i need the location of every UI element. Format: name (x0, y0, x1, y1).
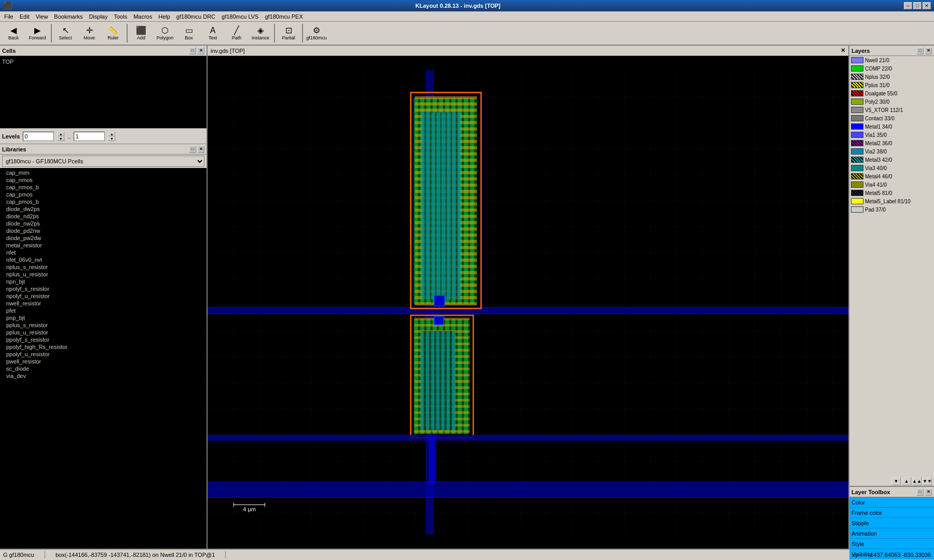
layer-toolbox-close[interactable]: ✕ (925, 488, 932, 496)
list-item[interactable]: nplus_u_resistor (2, 271, 204, 278)
menu-item-tools[interactable]: Tools (111, 12, 130, 21)
move-button[interactable]: ✛ Move (78, 23, 101, 44)
layer-tool-item[interactable]: Style (849, 539, 934, 549)
list-item[interactable]: COMP 22/0 (849, 64, 934, 73)
menu-item-gf180mcu-pex[interactable]: gf180mcu PEX (262, 12, 306, 21)
list-item[interactable]: npolyf_u_resistor (2, 292, 204, 300)
ruler-button[interactable]: 📏 Ruler (102, 23, 125, 44)
list-item[interactable]: npn_bjt (2, 278, 204, 285)
layer-bottom-btn[interactable]: ▼▼ (923, 477, 932, 485)
layer-top-btn[interactable]: ▲▲ (912, 477, 922, 485)
list-item[interactable]: cap_nmos_b (2, 184, 204, 191)
list-item[interactable]: pfet (2, 307, 204, 314)
menu-item-view[interactable]: View (33, 12, 51, 21)
menu-item-gf180mcu-lvs[interactable]: gf180mcu LVS (218, 12, 262, 21)
list-item[interactable]: Nwell 21/0 (849, 56, 934, 64)
menu-item-help[interactable]: Help (155, 12, 173, 21)
list-item[interactable]: Metal1 34/0 (849, 122, 934, 131)
back-button[interactable]: ◀ Back (2, 23, 25, 44)
menu-item-macros[interactable]: Macros (130, 12, 155, 21)
list-item[interactable]: diode_pw2dw (2, 234, 204, 242)
list-item[interactable]: nwell_resistor (2, 300, 204, 307)
list-item[interactable]: diode_nw2ps (2, 220, 204, 227)
levels-from-up[interactable]: ▲ (57, 132, 64, 136)
levels-to-down[interactable]: ▼ (108, 136, 115, 141)
partial-button[interactable]: ⊡ Partial (277, 23, 300, 44)
layer-tool-item[interactable]: Frame color (849, 508, 934, 518)
list-item[interactable]: Pad 37/0 (849, 205, 934, 214)
list-item[interactable]: V5_XTOR 112/1 (849, 106, 934, 114)
libraries-float-button[interactable]: □ (189, 146, 196, 153)
minimize-button[interactable]: ─ (904, 2, 912, 9)
libraries-close-button[interactable]: ✕ (197, 146, 204, 153)
list-item[interactable]: Poly2 30/0 (849, 97, 934, 106)
layers-close-button[interactable]: ✕ (925, 47, 932, 54)
layer-tool-item[interactable]: Stipple (849, 518, 934, 528)
close-button[interactable]: ✕ (923, 2, 931, 9)
layer-toolbox-float[interactable]: □ (916, 488, 924, 496)
list-item[interactable]: cap_pmos_b (2, 198, 204, 205)
list-item[interactable]: Metal2 36/0 (849, 139, 934, 147)
layers-float-button[interactable]: □ (916, 47, 924, 54)
list-item[interactable]: Nplus 32/0 (849, 73, 934, 81)
polygon-button[interactable]: ⬡ Polygon (154, 23, 176, 44)
list-item[interactable]: cap_nmos (2, 176, 204, 184)
forward-button[interactable]: ▶ Forward (26, 23, 49, 44)
list-item[interactable]: Metal5 81/0 (849, 189, 934, 197)
cells-close-button[interactable]: ✕ (197, 47, 204, 54)
add-button[interactable]: ⬛ Add (130, 23, 153, 44)
list-item[interactable]: Pplus 31/0 (849, 81, 934, 89)
list-item[interactable]: pplus_u_resistor (2, 329, 204, 336)
layer-up-btn[interactable]: ▲ (902, 477, 911, 485)
gf180mcu-button[interactable]: ⚙ gf180mcu (305, 23, 328, 44)
list-item[interactable]: metal_resistor (2, 242, 204, 249)
list-item[interactable]: ppolyf_u_resistor (2, 351, 204, 358)
list-item[interactable]: diode_pd2nw (2, 227, 204, 234)
list-item[interactable]: Metal3 42/0 (849, 156, 934, 164)
layer-down-btn[interactable]: ▼ (891, 477, 901, 485)
menu-item-display[interactable]: Display (86, 12, 111, 21)
list-item[interactable]: npolyf_s_resistor (2, 285, 204, 292)
levels-to-input[interactable] (74, 132, 105, 141)
maximize-button[interactable]: □ (913, 2, 922, 9)
layer-tool-item[interactable]: Color (849, 497, 934, 508)
list-item[interactable]: Via1 35/0 (849, 131, 934, 139)
list-item[interactable]: Metal5_Label 81/10 (849, 197, 934, 205)
levels-from-input[interactable] (23, 132, 54, 141)
list-item[interactable]: pplus_s_resistor (2, 321, 204, 329)
select-button[interactable]: ↖ Select (54, 23, 77, 44)
menu-item-file[interactable]: File (1, 12, 17, 21)
list-item[interactable]: Contact 33/0 (849, 114, 934, 122)
list-item[interactable]: cap_mim (2, 169, 204, 176)
list-item[interactable]: Via4 41/0 (849, 180, 934, 189)
list-item[interactable]: ppolyf_s_resistor (2, 336, 204, 343)
library-select[interactable]: gf180mcu - GF180MCU Pcells (2, 156, 204, 167)
list-item[interactable]: Via3 40/0 (849, 164, 934, 172)
list-item[interactable]: Metal4 46/0 (849, 172, 934, 180)
levels-from-down[interactable]: ▼ (57, 136, 64, 141)
list-item[interactable]: pwell_resistor (2, 358, 204, 365)
menu-item-edit[interactable]: Edit (17, 12, 33, 21)
list-item[interactable]: Via2 38/0 (849, 147, 934, 156)
list-item[interactable]: Dualgate 55/0 (849, 89, 934, 97)
tree-item-top[interactable]: TOP (2, 58, 204, 65)
list-item[interactable]: pnp_bjt (2, 314, 204, 321)
menu-item-gf180mcu-drc[interactable]: gf180mcu DRC (173, 12, 218, 21)
list-item[interactable]: diode_nd2ps (2, 213, 204, 220)
text-button[interactable]: A Text (201, 23, 224, 44)
path-button[interactable]: ╱ Path (225, 23, 248, 44)
list-item[interactable]: sc_diode (2, 365, 204, 372)
list-item[interactable]: diode_dw2ps (2, 205, 204, 213)
list-item[interactable]: ppolyf_high_Rs_resistor (2, 343, 204, 351)
list-item[interactable]: nfet (2, 249, 204, 256)
list-item[interactable]: cap_pmos (2, 191, 204, 198)
box-button[interactable]: ▭ Box (177, 23, 200, 44)
instance-button[interactable]: ◈ Instance (249, 23, 272, 44)
menu-item-bookmarks[interactable]: Bookmarks (51, 12, 86, 21)
layer-tool-item[interactable]: Animation (849, 528, 934, 539)
levels-to-up[interactable]: ▲ (108, 132, 115, 136)
list-item[interactable]: nfet_06v0_nvt (2, 256, 204, 263)
list-item[interactable]: nplus_s_resistor (2, 263, 204, 271)
canvas-close-button[interactable]: ✕ (841, 47, 845, 54)
list-item[interactable]: via_dev (2, 372, 204, 380)
